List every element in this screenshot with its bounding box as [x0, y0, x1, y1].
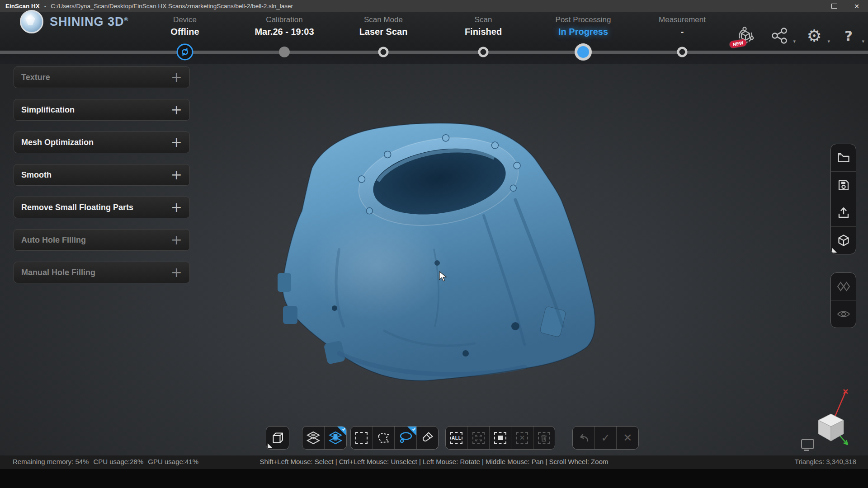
settings-button[interactable]: ⚙ ▾	[804, 25, 825, 46]
expand-plus-icon[interactable]: +	[171, 136, 182, 149]
step-calibration[interactable]: Calibration Mar.26 - 19:03	[255, 15, 314, 37]
submenu-triangle-icon	[268, 443, 272, 448]
panel-smooth[interactable]: Smooth +	[14, 164, 190, 186]
scan-mode-step-dot[interactable]	[378, 47, 389, 57]
expand-plus-icon[interactable]: +	[171, 168, 182, 182]
panel-manual-hole-filling[interactable]: Manual Hole Filling +	[14, 262, 190, 283]
calibration-step-dot[interactable]	[279, 47, 290, 57]
cancel-x-icon: ✕	[623, 432, 632, 443]
expand-plus-icon[interactable]: +	[171, 201, 182, 214]
header-icon-bar: NEW ▾ ⚙ ▾ ? ▾	[735, 25, 859, 46]
upload-icon	[837, 206, 850, 219]
select-visible-icon	[306, 431, 321, 445]
step-device[interactable]: Device Offline	[170, 15, 199, 37]
mouse-hints: Shift+Left Mouse: Select | Ctrl+Left Mou…	[260, 458, 609, 465]
view-cube-group	[266, 426, 289, 450]
save-project-button[interactable]	[831, 171, 856, 199]
select-visible-button[interactable]	[302, 427, 324, 449]
open-project-button[interactable]	[831, 144, 856, 171]
maximize-button[interactable]	[823, 0, 845, 12]
select-through-button[interactable]	[324, 427, 346, 449]
delete-selection-icon	[538, 432, 550, 444]
rectangle-select-icon	[355, 432, 368, 444]
display-toolbar	[830, 272, 856, 328]
step-scan-mode[interactable]: Scan Mode Laser Scan	[359, 15, 408, 37]
device-step-dot[interactable]	[177, 44, 193, 61]
confirm-button[interactable]: ✓	[594, 427, 617, 449]
delete-selection-button[interactable]	[533, 427, 555, 449]
panel-mesh-optimization[interactable]: Mesh Optimization +	[14, 131, 190, 153]
cancel-button[interactable]: ✕	[616, 427, 638, 449]
undo-button[interactable]	[573, 427, 594, 449]
step-post-processing[interactable]: Post Processing In Progress	[556, 15, 611, 37]
sync-icon	[180, 47, 190, 57]
panel-remove-small-floating-parts[interactable]: Remove Small Floating Parts +	[14, 197, 190, 218]
mesh-wireframe-icon	[837, 281, 850, 292]
shining3d-gem-icon	[20, 10, 43, 33]
model-highlight	[307, 209, 448, 322]
cpu-usage: CPU usage:28%	[93, 458, 143, 465]
close-button[interactable]: ✕	[845, 0, 868, 12]
undo-icon	[578, 432, 590, 443]
badge-check-icon	[412, 427, 416, 431]
visibility-button[interactable]	[831, 300, 856, 328]
help-dropdown-icon[interactable]: ▾	[862, 38, 864, 44]
step-measurement[interactable]: Measurement -	[659, 15, 706, 37]
app-title: EinScan HX	[5, 3, 40, 9]
window-controls: – ✕	[800, 0, 868, 12]
selection-actions-group: ALL ✕	[445, 426, 555, 450]
polygon-select-button[interactable]	[373, 427, 395, 449]
panel-texture[interactable]: Texture +	[14, 66, 190, 88]
settings-dropdown-icon[interactable]: ▾	[827, 38, 830, 44]
panel-simplification[interactable]: Simplification +	[14, 99, 190, 121]
einscan-window: EinScan HX - C:/Users/Dyna_Scan/Desktop/…	[0, 0, 868, 488]
view-cube-button[interactable]	[266, 427, 288, 449]
measurement-step-dot[interactable]	[677, 47, 688, 57]
share-dropdown-icon[interactable]: ▾	[793, 38, 796, 44]
share-icon	[771, 27, 789, 45]
confirm-check-icon: ✓	[601, 432, 610, 443]
fit-view-icon[interactable]	[801, 439, 814, 449]
post-processing-step-dot[interactable]	[575, 43, 592, 61]
model-3d-bell-housing[interactable]	[271, 114, 606, 389]
export-data-button[interactable]	[831, 199, 856, 226]
invert-selection-icon	[494, 432, 506, 444]
share-button[interactable]: ▾	[769, 25, 790, 46]
expand-plus-icon[interactable]: +	[171, 266, 182, 279]
brush-select-button[interactable]	[416, 427, 439, 449]
confirm-group: ✓ ✕	[572, 426, 639, 450]
select-through-group	[302, 426, 347, 450]
expand-plus-icon[interactable]: +	[171, 103, 182, 117]
memory-usage: Remaining memory: 54%	[13, 458, 89, 465]
rectangle-select-button[interactable]	[351, 427, 373, 449]
folder-icon	[837, 152, 850, 163]
deselect-button[interactable]: ✕	[511, 427, 533, 449]
expand-plus-icon[interactable]: +	[171, 70, 182, 84]
workflow-progress-line	[0, 51, 868, 54]
expand-plus-icon[interactable]: +	[171, 233, 182, 247]
help-button[interactable]: ? ▾	[838, 25, 859, 46]
invert-selection-button[interactable]	[489, 427, 511, 449]
model-flange-tab	[278, 273, 291, 292]
scan-step-dot[interactable]	[478, 47, 489, 57]
eye-icon	[837, 310, 850, 319]
model-view-button[interactable]	[831, 226, 856, 254]
brand-name: SHINING 3D®	[50, 15, 128, 29]
cube-icon	[837, 234, 850, 247]
badge-check-icon	[342, 427, 346, 431]
step-scan[interactable]: Scan Finished	[465, 15, 502, 37]
mesh-display-button[interactable]	[831, 273, 856, 300]
title-separator: -	[44, 3, 47, 9]
expand-selection-icon	[472, 432, 485, 444]
triangle-count: Triangles: 3,340,318	[795, 458, 856, 465]
selection-tools-group	[350, 426, 439, 450]
select-all-button[interactable]: ALL	[446, 427, 467, 449]
file-path: C:/Users/Dyna_Scan/Desktop/EinScan HX Sc…	[51, 3, 293, 9]
panel-auto-hole-filling[interactable]: Auto Hole Filling +	[14, 229, 190, 251]
title-bar: EinScan HX - C:/Users/Dyna_Scan/Desktop/…	[0, 0, 868, 12]
minimize-button[interactable]: –	[800, 0, 823, 12]
lasso-select-button[interactable]	[394, 427, 416, 449]
expand-selection-button[interactable]	[467, 427, 489, 449]
system-usage: Remaining memory: 54% CPU usage:28% GPU …	[13, 458, 198, 465]
model-community-button[interactable]: NEW	[735, 25, 756, 46]
